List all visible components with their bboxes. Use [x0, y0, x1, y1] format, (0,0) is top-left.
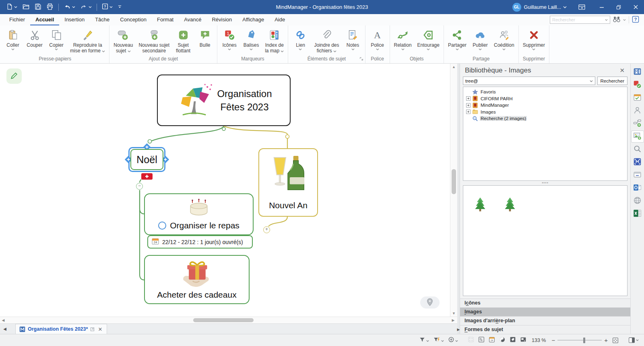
nouveau-sujet-button[interactable]: Nouveausujet: [111, 27, 136, 54]
open-file-button[interactable]: [20, 2, 32, 12]
dialog-launcher-icon[interactable]: [359, 56, 363, 62]
chevron-down-icon[interactable]: [401, 48, 405, 52]
sujet-flottant-button[interactable]: Sujetflottant: [172, 27, 194, 54]
undo-button[interactable]: [61, 2, 78, 12]
user-name[interactable]: Guillaume Laill...: [524, 4, 561, 10]
chevron-down-icon[interactable]: [109, 6, 113, 8]
tab-scroll-left-arrow[interactable]: ◀: [0, 324, 10, 334]
horizontal-scroll-thumb[interactable]: [193, 318, 254, 322]
ribbon-search-box[interactable]: [550, 16, 610, 24]
chevron-down-icon[interactable]: [441, 338, 444, 343]
partager-button[interactable]: Partager: [445, 27, 469, 52]
document-tab[interactable]: Organisation Fêtes 2023* ✕: [15, 324, 107, 334]
chevron-down-icon[interactable]: [426, 338, 429, 343]
tab-affichage[interactable]: Affichage: [237, 14, 269, 25]
chevron-down-icon[interactable]: [11, 48, 14, 52]
schedule-view-button[interactable]: 24: [487, 336, 497, 345]
chevron-down-icon[interactable]: [14, 6, 17, 8]
topic-acheter-des-cadeaux[interactable]: Acheter des cadeaux: [144, 255, 250, 304]
chevron-down-icon[interactable]: [479, 48, 482, 52]
panel-splitter[interactable]: ▶: [457, 64, 460, 334]
coller-button[interactable]: Coller: [2, 27, 24, 52]
notes-button[interactable]: Notes: [342, 27, 364, 52]
topic-nouvel-an[interactable]: Nouvel An: [258, 148, 318, 217]
minimize-button[interactable]: [593, 0, 610, 14]
section-images[interactable]: Images: [460, 307, 630, 316]
tree-item-images[interactable]: Images: [463, 109, 627, 116]
panel-inner-splitter[interactable]: ••••: [460, 181, 630, 185]
tab-fichier[interactable]: Fichier: [4, 14, 30, 25]
icones-button[interactable]: 1Icônes: [219, 27, 240, 52]
scroll-right-arrow[interactable]: ▶: [450, 317, 456, 323]
tree-image-2[interactable]: [504, 197, 516, 213]
reproduire-la-mise-en-forme-button[interactable]: Reproduire lamise en forme: [67, 27, 108, 54]
joindre-des-fichiers-button[interactable]: Joindre desfichiers: [311, 27, 342, 54]
document-close-icon[interactable]: ✕: [97, 326, 103, 332]
police-button[interactable]: APolice: [367, 27, 388, 52]
index-de-la-map-button[interactable]: Index dela map: [262, 27, 287, 54]
map-parts-pane-button[interactable]: [632, 118, 644, 129]
chevron-down-icon[interactable]: [72, 6, 75, 8]
chevron-down-icon[interactable]: [250, 48, 253, 52]
images-pane-button[interactable]: [632, 131, 644, 142]
outlook-pane-button[interactable]: [632, 182, 644, 194]
ribbon-display-options-icon[interactable]: [573, 0, 590, 14]
zoom-slider[interactable]: [557, 338, 602, 343]
task-progress-icon[interactable]: [158, 222, 166, 230]
bulle-button[interactable]: Bulle: [194, 27, 216, 48]
chevron-down-icon[interactable]: [502, 48, 506, 52]
central-topic[interactable]: Organisation Fêtes 2023: [157, 75, 291, 126]
panel-close-icon[interactable]: ✕: [618, 67, 626, 74]
edit-mode-badge[interactable]: [6, 68, 22, 84]
popout-icon[interactable]: [90, 327, 95, 331]
tab-revision[interactable]: Révision: [206, 14, 237, 25]
tab-tache[interactable]: Tâche: [90, 14, 115, 25]
library-pane-button[interactable]: [632, 66, 644, 78]
tree-item-mindmanager[interactable]: MindManager: [463, 102, 627, 109]
chevron-down-icon[interactable]: [532, 48, 535, 52]
supprimer-button[interactable]: Supprimer: [520, 27, 548, 52]
snap-pane-button[interactable]: [632, 157, 644, 168]
panel-toggle-button[interactable]: [626, 336, 641, 345]
user-menu-chevron-icon[interactable]: [563, 4, 567, 10]
search-chevron-icon[interactable]: [605, 17, 608, 23]
zoom-thumb[interactable]: [583, 338, 585, 343]
combo-chevron-icon[interactable]: [590, 78, 593, 84]
map-markers-pane-button[interactable]: [632, 79, 644, 91]
tree-item-favoris[interactable]: Favoris: [463, 89, 627, 95]
task-date-info[interactable]: 24 22/12 - 22/12 : 1 jour(s) ouvré(s): [147, 235, 253, 249]
tags-view-button[interactable]: [508, 336, 518, 345]
chevron-down-icon[interactable]: [55, 48, 58, 52]
close-button[interactable]: [627, 0, 644, 14]
fit-map-button[interactable]: [610, 336, 621, 345]
filter-button[interactable]: [417, 336, 431, 345]
print-button[interactable]: [44, 2, 56, 12]
scroll-down-arrow[interactable]: ▼: [450, 310, 457, 317]
chevron-down-icon[interactable]: [299, 48, 302, 52]
library-search-combo[interactable]: tree@: [463, 77, 595, 85]
new-file-button[interactable]: [4, 2, 20, 12]
couper-button[interactable]: Couper: [24, 27, 45, 48]
chevron-down-icon[interactable]: [427, 48, 430, 52]
ribbon-search-input[interactable]: [552, 17, 605, 22]
chevron-down-icon[interactable]: [456, 48, 459, 52]
section-formes-de-sujet[interactable]: Formes de sujet: [460, 325, 630, 334]
publier-button[interactable]: Publier: [469, 27, 491, 52]
scroll-left-arrow[interactable]: ◀: [0, 317, 6, 323]
tab-insertion[interactable]: Insertion: [59, 14, 90, 25]
balises-button[interactable]: Balises: [240, 27, 262, 52]
power-filter-button[interactable]: [431, 336, 446, 345]
vertical-scrollbar[interactable]: ▲ ▼: [450, 64, 457, 317]
relation-button[interactable]: Relation: [391, 27, 415, 52]
outline-view-button[interactable]: [476, 336, 487, 345]
tree-image-1[interactable]: [474, 197, 487, 213]
expand-icon[interactable]: [466, 110, 471, 114]
resources-pane-button[interactable]: [632, 105, 644, 116]
map-canvas[interactable]: Organisation Fêtes 2023 Noël −: [0, 64, 450, 317]
lien-button[interactable]: Lien: [289, 27, 311, 52]
coedition-button[interactable]: Coédition: [491, 27, 517, 52]
search-pane-button[interactable]: [632, 144, 644, 155]
add-subtopic-button[interactable]: [141, 173, 153, 180]
redo-button[interactable]: [78, 2, 94, 12]
chevron-down-icon[interactable]: [455, 338, 458, 343]
